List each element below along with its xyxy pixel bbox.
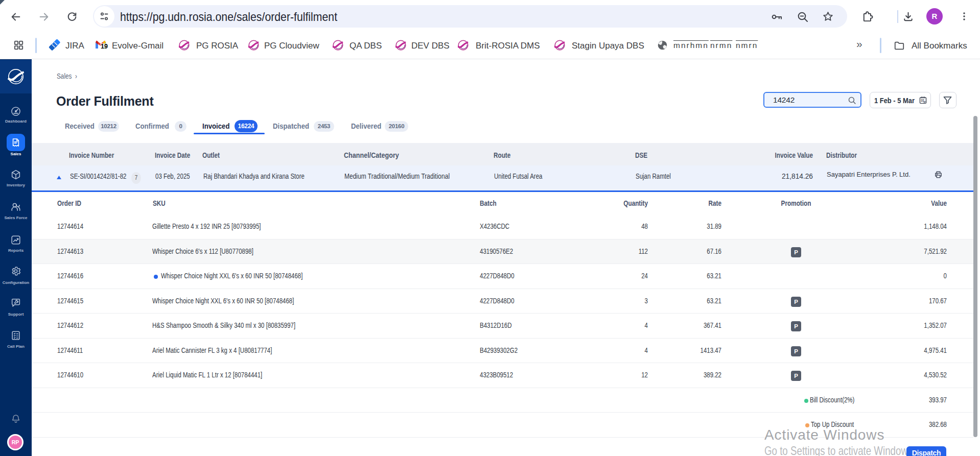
- svg-text:31: 31: [921, 99, 925, 102]
